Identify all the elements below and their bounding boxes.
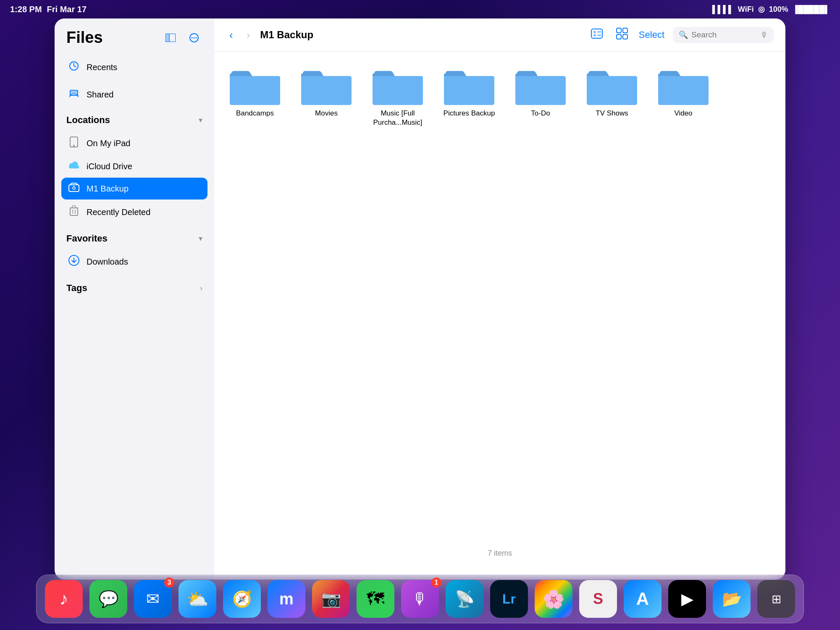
- podcasts-badge: 1: [431, 578, 441, 588]
- folder-pictures[interactable]: Pictures Backup: [442, 65, 496, 127]
- sidebar-section-favorites: Favorites ▾ Downloads: [55, 228, 214, 274]
- icloud-drive-label: iCloud Drive: [87, 162, 132, 171]
- svg-rect-28: [623, 34, 627, 39]
- toolbar-actions: Select 🔍 🎙: [588, 25, 774, 45]
- dock-app-photos[interactable]: 🌸: [535, 580, 572, 618]
- scripted-icon: S: [593, 590, 603, 608]
- folder-bandcamps-label: Bandcamps: [236, 109, 274, 118]
- sidebar-item-on-my-ipad[interactable]: On My iPad: [61, 131, 207, 155]
- dock-app-podcasts[interactable]: 🎙 1: [401, 580, 439, 618]
- podcasts-icon: 🎙: [412, 590, 428, 608]
- svg-point-10: [74, 145, 75, 147]
- svg-point-12: [73, 187, 75, 189]
- status-date: Fri Mar 17: [47, 5, 87, 14]
- dock-app-weather[interactable]: ⛅: [178, 580, 216, 618]
- m1-backup-icon: [68, 183, 80, 194]
- extra-icon: ⊞: [772, 592, 781, 606]
- dock-app-mail[interactable]: ✉ 3: [134, 580, 172, 618]
- sidebar-item-icloud-drive[interactable]: iCloud Drive: [61, 156, 207, 177]
- sidebar-item-recently-deleted[interactable]: Recently Deleted: [61, 200, 207, 224]
- mail-badge: 3: [164, 578, 174, 588]
- weather-icon: ⛅: [186, 589, 208, 609]
- favorites-title: Favorites: [66, 233, 108, 244]
- icloud-icon: [68, 161, 80, 172]
- folder-movies[interactable]: Movies: [299, 65, 354, 127]
- search-input[interactable]: [691, 30, 757, 39]
- sidebar-section-shared: Shared: [55, 83, 214, 106]
- folder-tvshows-label: TV Shows: [596, 109, 628, 118]
- tags-section-header[interactable]: Tags ›: [61, 278, 207, 299]
- recently-deleted-label: Recently Deleted: [87, 207, 150, 217]
- dock-app-music[interactable]: ♪: [45, 580, 83, 618]
- folder-bandcamps[interactable]: Bandcamps: [228, 65, 282, 127]
- item-count-label: 7 items: [228, 541, 772, 566]
- maps-icon: 🗺: [367, 589, 384, 609]
- dock-app-safari[interactable]: 🧭: [223, 580, 261, 618]
- messages-icon: 💬: [99, 590, 118, 608]
- instagram-icon: 📷: [321, 590, 341, 608]
- back-button[interactable]: ‹: [226, 26, 236, 44]
- folder-pictures-icon: [444, 65, 494, 105]
- favorites-section-header[interactable]: Favorites ▾: [61, 228, 207, 249]
- sidebar-section-locations: Locations ▾ On My iPad iClo: [55, 110, 214, 225]
- locations-chevron-icon: ▾: [199, 116, 202, 125]
- wifi-icon: WiFi: [738, 5, 754, 14]
- folder-movies-label: Movies: [315, 109, 338, 118]
- dock-app-maps[interactable]: 🗺: [357, 580, 394, 618]
- status-bar: 1:28 PM Fri Mar 17 ▌▌▌▌ WiFi ◎ 100% ▐███…: [0, 0, 840, 18]
- folder-todo-label: To-Do: [531, 109, 550, 118]
- dock: ♪ 💬 ✉ 3 ⛅ 🧭 m 📷 🗺 🎙 1 📡 Lr 🌸 S A ▶: [36, 575, 804, 623]
- sidebar-icons: [162, 29, 202, 46]
- dock-app-extra[interactable]: ⊞: [757, 580, 795, 618]
- sidebar-item-m1-backup[interactable]: M1 Backup: [61, 178, 207, 200]
- status-time: 1:28 PM: [10, 5, 42, 14]
- svg-rect-27: [617, 34, 621, 39]
- forward-button[interactable]: ›: [243, 26, 254, 44]
- sidebar-item-shared[interactable]: Shared: [61, 84, 207, 105]
- photos-icon: 🌸: [543, 589, 564, 609]
- recents-icon: [68, 61, 80, 74]
- sidebar-toggle-button[interactable]: [162, 29, 179, 46]
- locations-title: Locations: [66, 115, 110, 126]
- on-my-ipad-label: On My iPad: [87, 139, 130, 148]
- dock-app-appletv[interactable]: ▶: [668, 580, 706, 618]
- trash-icon: [68, 205, 80, 219]
- mic-icon[interactable]: 🎙: [760, 31, 768, 39]
- main-content: ‹ › M1 Backup: [214, 18, 785, 580]
- dock-app-amazon[interactable]: 📡: [446, 580, 483, 618]
- folder-todo[interactable]: To-Do: [513, 65, 568, 127]
- dock-app-messenger[interactable]: m: [268, 580, 305, 618]
- sidebar-item-recents[interactable]: Recents: [61, 56, 207, 79]
- folder-video[interactable]: Video: [656, 65, 711, 127]
- battery-label: 100%: [769, 5, 788, 14]
- folder-music[interactable]: Music [Full Purcha...Music]: [370, 65, 425, 127]
- select-button[interactable]: Select: [639, 29, 664, 40]
- breadcrumb-title: M1 Backup: [260, 29, 582, 41]
- grid-view-button[interactable]: [614, 25, 630, 45]
- svg-rect-25: [617, 28, 621, 33]
- messenger-icon: m: [279, 590, 294, 608]
- sidebar-section-tags: Tags ›: [55, 278, 214, 299]
- more-options-button[interactable]: [186, 29, 202, 46]
- toolbar: ‹ › M1 Backup: [214, 18, 785, 52]
- download-icon: [68, 255, 80, 268]
- svg-point-6: [196, 37, 197, 38]
- locations-section-header[interactable]: Locations ▾: [61, 110, 207, 131]
- dock-app-instagram[interactable]: 📷: [312, 580, 350, 618]
- location-icon: ◎: [758, 5, 765, 14]
- svg-point-21: [593, 31, 596, 33]
- lightroom-icon: Lr: [502, 591, 516, 607]
- sidebar-header: Files: [55, 29, 214, 55]
- folder-music-icon: [373, 65, 423, 105]
- dock-app-lightroom[interactable]: Lr: [490, 580, 528, 618]
- folder-tvshows[interactable]: TV Shows: [585, 65, 639, 127]
- dock-app-messages[interactable]: 💬: [89, 580, 127, 618]
- folder-video-icon: [658, 65, 709, 105]
- sidebar-item-downloads[interactable]: Downloads: [61, 250, 207, 273]
- dock-app-appstore[interactable]: A: [624, 580, 662, 618]
- mail-icon: ✉: [146, 590, 160, 608]
- appletv-icon: ▶: [681, 590, 693, 608]
- list-view-button[interactable]: [588, 26, 605, 44]
- dock-app-scripted[interactable]: S: [579, 580, 617, 618]
- dock-app-files[interactable]: 📂: [713, 580, 751, 618]
